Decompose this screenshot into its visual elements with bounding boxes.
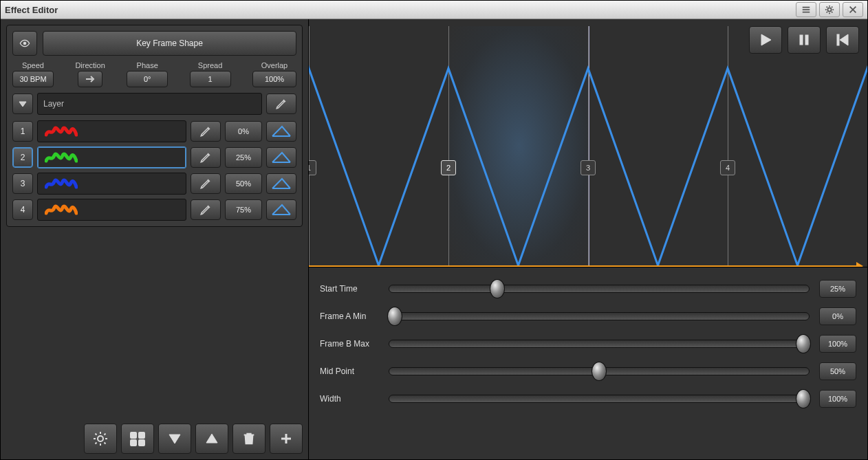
params-row: Speed 30 BPM Direction Phase 0° Spread 1… <box>12 61 296 87</box>
edit-layer-row-button[interactable] <box>191 121 221 142</box>
delete-button[interactable] <box>232 424 265 454</box>
layer-name-field[interactable]: Layer <box>37 93 262 115</box>
add-button[interactable] <box>270 424 303 454</box>
slider-start-time: Start Time 25% <box>320 280 856 298</box>
param-label-overlap: Overlap <box>261 61 288 69</box>
frame-b-max-slider[interactable] <box>389 340 810 348</box>
timeline-marker[interactable]: 4 <box>720 160 735 175</box>
layer-offset-button[interactable]: 75% <box>225 199 262 220</box>
param-label-spread: Spread <box>198 61 222 69</box>
svg-rect-11 <box>139 440 144 446</box>
slider-thumb[interactable] <box>796 334 811 353</box>
collapse-layers-button[interactable] <box>12 94 33 114</box>
ramp-icon <box>271 151 292 164</box>
move-down-button[interactable] <box>158 424 191 454</box>
layers-list: 10%225%350%475% <box>12 120 296 221</box>
svg-rect-18 <box>837 34 839 45</box>
waveform-line <box>309 26 867 265</box>
keyframe-shape-label: Key Frame Shape <box>136 39 203 48</box>
speed-button[interactable]: 30 BPM <box>12 71 54 87</box>
layer-index-button[interactable]: 4 <box>12 199 33 220</box>
frame-b-max-value[interactable]: 100% <box>819 335 856 353</box>
layer-index-button[interactable]: 1 <box>12 121 33 142</box>
slider-thumb[interactable] <box>592 362 607 381</box>
layer-curve-button[interactable] <box>266 147 296 168</box>
timeline-marker[interactable]: 1 <box>309 160 316 175</box>
skip-to-start-button[interactable] <box>826 26 859 54</box>
layer-row[interactable]: 350% <box>12 173 296 195</box>
effect-editor-window: Effect Editor Key Frame Shape Speed <box>0 0 868 460</box>
slider-thumb[interactable] <box>796 389 811 408</box>
frame-a-min-value[interactable]: 0% <box>819 307 856 325</box>
layer-color-cell[interactable] <box>37 146 186 168</box>
pause-button[interactable] <box>788 26 821 54</box>
overlap-button[interactable]: 100% <box>252 71 296 87</box>
pencil-icon <box>199 177 212 190</box>
right-panel: 1234 Start Time 25% Frame A Min 0% Frame… <box>309 19 867 459</box>
layer-offset-button[interactable]: 0% <box>225 121 262 142</box>
layer-index-button[interactable]: 3 <box>12 173 33 194</box>
ramp-icon <box>271 125 292 138</box>
edit-layer-row-button[interactable] <box>191 173 221 194</box>
layer-offset-button[interactable]: 50% <box>225 173 262 194</box>
layer-color-cell[interactable] <box>37 120 186 142</box>
layer-curve-button[interactable] <box>266 121 296 142</box>
move-up-button[interactable] <box>195 424 228 454</box>
triangle-down-icon <box>18 99 28 109</box>
visibility-toggle[interactable] <box>12 31 37 56</box>
layer-curve-button[interactable] <box>266 173 296 194</box>
width-value[interactable]: 100% <box>819 390 856 408</box>
edit-layer-row-button[interactable] <box>191 147 221 168</box>
layer-curve-button[interactable] <box>266 199 296 220</box>
timeline-arrow-icon <box>856 262 863 267</box>
close-icon[interactable] <box>843 2 863 17</box>
slider-mid-point: Mid Point 50% <box>320 362 856 380</box>
layer-offset-button[interactable]: 25% <box>225 147 262 168</box>
mid-point-slider[interactable] <box>389 367 810 375</box>
svg-rect-16 <box>805 35 808 45</box>
layer-color-cell[interactable] <box>37 173 186 195</box>
layer-row[interactable]: 475% <box>12 199 296 221</box>
trash-icon <box>241 431 257 446</box>
svg-point-0 <box>827 8 831 11</box>
timeline-marker[interactable]: 2 <box>441 160 456 175</box>
mid-point-value[interactable]: 50% <box>819 362 856 380</box>
ramp-icon <box>271 177 292 190</box>
color-swatch-icon <box>45 151 78 164</box>
svg-marker-17 <box>840 34 848 45</box>
color-swatch-icon <box>45 177 78 190</box>
pencil-icon <box>199 151 212 164</box>
brightness-button[interactable] <box>84 424 117 454</box>
layer-index-button[interactable]: 2 <box>12 147 33 168</box>
color-swatch-icon <box>45 125 78 138</box>
playback-controls <box>749 26 859 54</box>
spread-button[interactable]: 1 <box>190 71 231 87</box>
select-all-button[interactable] <box>121 424 154 454</box>
slider-thumb[interactable] <box>387 307 402 326</box>
pencil-icon <box>199 204 212 216</box>
timeline-marker[interactable]: 3 <box>581 160 596 175</box>
menu-icon[interactable] <box>796 2 816 17</box>
edit-layer-button[interactable] <box>266 94 296 114</box>
slider-thumb[interactable] <box>490 279 505 298</box>
left-panel: Key Frame Shape Speed 30 BPM Direction P… <box>1 19 309 459</box>
svg-marker-14 <box>761 34 771 45</box>
width-slider[interactable] <box>389 395 810 403</box>
gear-icon[interactable] <box>819 2 840 17</box>
checks-icon <box>129 430 146 447</box>
keyframe-shape-button[interactable]: Key Frame Shape <box>43 31 296 56</box>
bottom-toolbar <box>6 419 303 454</box>
phase-button[interactable]: 0° <box>127 71 168 87</box>
param-label-phase: Phase <box>137 61 158 69</box>
start-time-value[interactable]: 25% <box>819 280 856 298</box>
edit-layer-row-button[interactable] <box>191 199 221 220</box>
frame-a-min-slider[interactable] <box>389 312 810 320</box>
layer-row[interactable]: 225% <box>12 146 296 168</box>
direction-button[interactable] <box>78 71 102 87</box>
sun-icon <box>92 430 109 447</box>
start-time-slider[interactable] <box>389 285 810 293</box>
play-button[interactable] <box>749 26 782 54</box>
layer-row[interactable]: 10% <box>12 120 296 142</box>
waveform-area[interactable]: 1234 <box>309 19 867 267</box>
layer-color-cell[interactable] <box>37 199 186 221</box>
